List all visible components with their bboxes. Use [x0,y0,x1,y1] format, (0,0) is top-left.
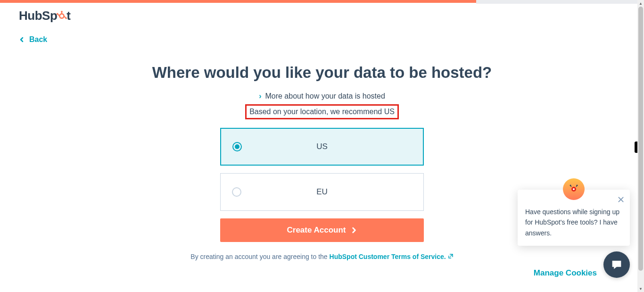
svg-point-8 [573,188,575,190]
external-link-icon [448,251,454,263]
svg-point-4 [61,11,63,13]
create-account-button[interactable]: Create Account [220,218,424,242]
terms-text: By creating an account you are agreeing … [190,251,453,263]
more-info-label: More about how your data is hosted [265,92,385,100]
more-info-toggle[interactable]: › More about how your data is hosted [259,92,385,100]
option-label: EU [232,187,412,197]
hubspot-logo: HubSp t [19,8,70,23]
scrollbar-thumb[interactable] [638,7,643,271]
scroll-up-icon[interactable]: ▲ [638,1,643,6]
chevron-right-icon: › [259,92,261,100]
chat-icon [610,258,623,271]
scroll-down-icon[interactable]: ▼ [638,286,643,291]
option-label: US [232,142,412,151]
hosting-options: US EU [220,128,424,211]
chevron-right-icon [351,227,357,234]
chat-message: Have questions while signing up for HubS… [525,207,622,238]
progress-bar [0,0,476,3]
svg-point-0 [60,14,64,18]
close-icon[interactable] [618,195,624,206]
chat-popup: Have questions while signing up for HubS… [518,190,630,246]
progress-bar-remaining [476,0,637,4]
svg-point-5 [57,13,58,15]
chevron-left-icon [19,37,25,42]
manage-cookies-link[interactable]: Manage Cookies [534,268,597,278]
terms-link[interactable]: HubSpot Customer Terms of Service. [330,253,454,260]
terms-prefix: By creating an account you are agreeing … [190,253,329,260]
create-account-label: Create Account [287,225,346,235]
recommendation-text: Based on your location, we recommend US [245,104,399,119]
back-button[interactable]: Back [19,35,47,44]
chat-launcher-button[interactable] [603,251,630,278]
svg-point-11 [570,184,571,186]
back-label: Back [29,35,47,44]
option-eu[interactable]: EU [220,173,424,211]
window-scrollbar[interactable]: ▲ ▼ [637,0,644,292]
chat-avatar-icon [563,178,585,200]
option-us[interactable]: US [220,128,424,166]
svg-point-12 [577,184,578,186]
page-title: Where would you like your data to be hos… [152,64,492,82]
